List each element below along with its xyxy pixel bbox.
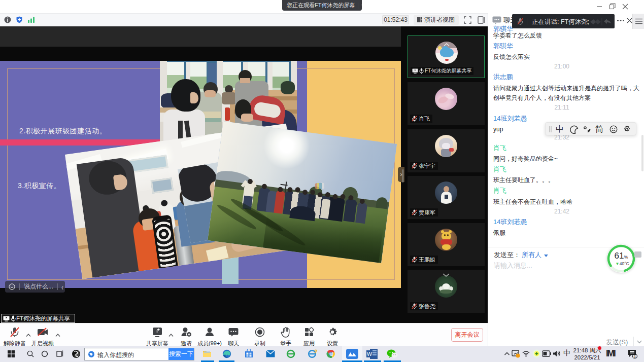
- svg-text:1: 1: [634, 354, 636, 359]
- svg-text:W: W: [367, 351, 372, 357]
